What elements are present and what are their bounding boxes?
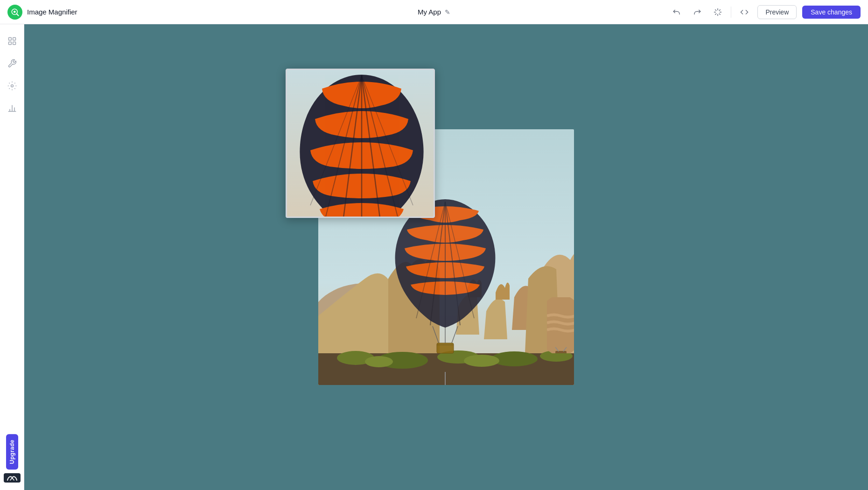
- header-center: My App ✎: [418, 8, 450, 16]
- svg-point-7: [11, 85, 13, 87]
- svg-rect-4: [13, 38, 15, 41]
- sidebar-item-dashboard[interactable]: [3, 32, 21, 50]
- upgrade-button[interactable]: Upgrade: [6, 434, 18, 469]
- logo-mark: [4, 473, 21, 483]
- wrench-icon: [7, 59, 17, 68]
- logo-icon: [11, 8, 19, 16]
- undo-button[interactable]: [669, 5, 684, 20]
- save-button[interactable]: Save changes: [802, 6, 861, 19]
- image-container: [318, 129, 574, 385]
- sidebar-item-analytics[interactable]: [3, 99, 21, 118]
- svg-rect-5: [8, 42, 11, 45]
- redo-icon: [693, 8, 701, 16]
- svg-point-20: [365, 356, 393, 367]
- sidebar: Upgrade: [0, 24, 24, 490]
- sidebar-bottom: Upgrade: [4, 434, 21, 483]
- project-name: My App: [418, 8, 441, 16]
- restore-button[interactable]: [710, 5, 725, 20]
- header-left: Image Magnifier: [7, 5, 77, 20]
- grid-icon: [7, 36, 17, 46]
- app-title: Image Magnifier: [27, 8, 77, 16]
- gear-icon: [7, 81, 17, 91]
- undo-icon: [672, 8, 681, 16]
- chart-icon: [7, 104, 17, 113]
- header: Image Magnifier My App ✎: [0, 0, 868, 24]
- code-button[interactable]: [737, 5, 752, 20]
- sidebar-item-settings[interactable]: [3, 77, 21, 95]
- redo-button[interactable]: [690, 5, 705, 20]
- svg-point-2: [14, 11, 16, 13]
- header-right: Preview Save changes: [669, 5, 861, 20]
- header-divider: [731, 7, 731, 18]
- canvas: [24, 24, 868, 490]
- edit-project-name-icon[interactable]: ✎: [445, 8, 450, 16]
- restore-icon: [714, 8, 722, 16]
- main: Upgrade: [0, 24, 868, 490]
- magnifier-svg: [287, 70, 435, 218]
- magnifier-overlay: [286, 69, 435, 218]
- svg-rect-37: [437, 343, 454, 353]
- svg-rect-6: [13, 42, 15, 45]
- code-icon: [740, 8, 749, 16]
- preview-button[interactable]: Preview: [757, 5, 797, 19]
- svg-rect-3: [8, 38, 11, 41]
- app-logo: [7, 5, 22, 20]
- svg-point-21: [464, 355, 499, 367]
- sidebar-item-tools[interactable]: [3, 54, 21, 73]
- svg-line-1: [17, 14, 19, 15]
- brand-icon: [7, 475, 18, 481]
